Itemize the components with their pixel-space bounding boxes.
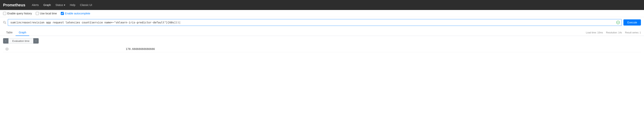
nav-item-alerts: Alerts xyxy=(30,2,41,8)
tabs-area: Table Graph Load time: 10ms Resolution: … xyxy=(0,28,644,36)
nav-item-help: Help xyxy=(68,2,77,8)
status-label: Status xyxy=(56,3,63,6)
local-time-checkbox-label[interactable]: Use local time xyxy=(36,12,57,15)
load-time: Load time: 10ms xyxy=(586,31,603,34)
nav-link-help[interactable]: Help xyxy=(68,2,77,8)
autocomplete-checkbox-label[interactable]: Enable autocomplete xyxy=(61,12,90,15)
nav-item-status: Status ▾ xyxy=(54,2,67,8)
row-key: {} xyxy=(3,46,124,52)
query-history-checkbox[interactable] xyxy=(3,12,6,15)
brand-logo[interactable]: Prometheus xyxy=(3,3,26,7)
autocomplete-label: Enable autocomplete xyxy=(65,12,90,15)
local-time-label: Use local time xyxy=(40,12,57,15)
autocomplete-checkbox[interactable] xyxy=(61,12,64,15)
tab-table[interactable]: Table xyxy=(3,29,16,36)
query-history-label: Enable query history xyxy=(7,12,32,15)
svg-line-1 xyxy=(5,23,6,24)
row-value: 178.66666666666666 xyxy=(124,46,641,52)
eval-time-label: Evaluation time xyxy=(8,38,33,44)
eval-time-prev-button[interactable]: ‹ xyxy=(3,38,8,44)
nav-link-alerts[interactable]: Alerts xyxy=(30,2,41,8)
nav-link-classic-ui[interactable]: Classic UI xyxy=(78,2,94,8)
data-table: {} 178.66666666666666 xyxy=(3,46,641,52)
tabs: Table Graph xyxy=(3,29,29,36)
eval-time-next-button[interactable]: › xyxy=(33,38,39,44)
nav-links: Alerts Graph Status ▾ Help Classic UI xyxy=(30,2,94,8)
eval-time-row: ‹ Evaluation time › xyxy=(3,38,641,44)
query-input[interactable] xyxy=(8,19,622,26)
options-bar: Enable query history Use local time Enab… xyxy=(0,10,644,17)
resolution: Resolution: 14s xyxy=(606,31,622,34)
dropdown-icon: ▾ xyxy=(64,3,65,6)
local-time-checkbox[interactable] xyxy=(36,12,39,15)
table-row: {} 178.66666666666666 xyxy=(3,46,641,52)
query-input-wrapper xyxy=(8,19,622,26)
search-bar: Execute xyxy=(0,17,644,28)
execute-button[interactable]: Execute xyxy=(624,19,641,25)
tab-graph[interactable]: Graph xyxy=(16,29,29,36)
query-history-checkbox-label[interactable]: Enable query history xyxy=(3,12,32,15)
result-series: Result series: 1 xyxy=(625,31,641,34)
nav-link-graph[interactable]: Graph xyxy=(41,2,53,8)
nav-link-status[interactable]: Status ▾ xyxy=(54,2,67,8)
nav-item-classic-ui: Classic UI xyxy=(78,2,94,8)
search-icon xyxy=(3,21,6,24)
table-area: ‹ Evaluation time › {} 178.6666666666666… xyxy=(0,36,644,54)
tab-meta: Load time: 10ms Resolution: 14s Result s… xyxy=(586,31,641,34)
clear-query-button[interactable] xyxy=(616,20,620,25)
nav-item-graph: Graph xyxy=(41,2,53,8)
navbar: Prometheus Alerts Graph Status ▾ Help Cl… xyxy=(0,0,644,10)
